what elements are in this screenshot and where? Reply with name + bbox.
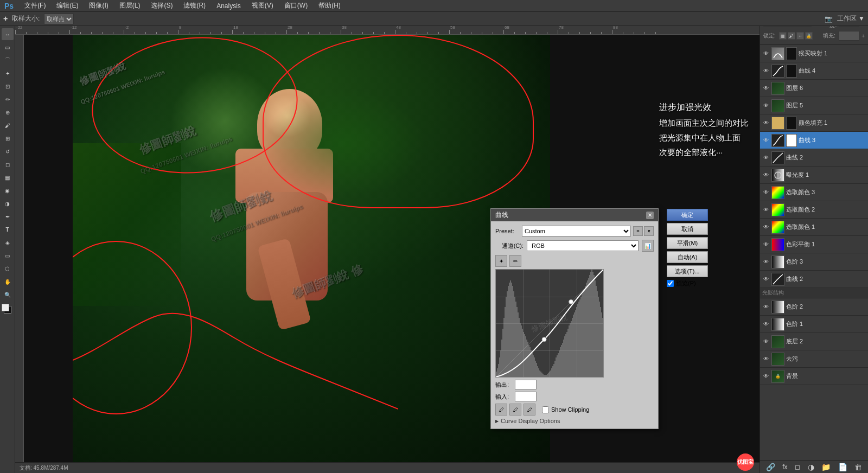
hand-tool[interactable]: ✋ [2, 276, 14, 287]
dodge-tool[interactable]: ◑ [2, 197, 14, 209]
layer-visibility-toggle[interactable]: 👁 [762, 373, 770, 380]
preview-checkbox[interactable] [667, 280, 674, 287]
3d-tool[interactable]: ⬡ [2, 263, 14, 274]
layer-visibility-toggle[interactable]: 👁 [762, 338, 770, 346]
layer-item[interactable]: 👁 图层 5 [760, 97, 868, 114]
layer-visibility-toggle[interactable]: 👁 [762, 154, 770, 162]
preset-select[interactable]: Custom [522, 226, 631, 237]
menu-edit[interactable]: 编辑(E) [54, 1, 80, 10]
zoom-tool[interactable]: 🔍 [2, 289, 14, 301]
layer-item[interactable]: 👁 猴买映射 1 [760, 45, 868, 62]
layer-item[interactable]: 👁 颜色填充 1 [760, 114, 868, 132]
layer-item[interactable]: 👁 选取颜色 1 [760, 219, 868, 236]
curves-cancel-button[interactable]: 取消 [667, 223, 708, 235]
channel-select[interactable]: RGB [527, 240, 639, 251]
sample-size-select[interactable]: 取样点 [44, 14, 74, 24]
foreground-background-colors[interactable] [2, 304, 14, 316]
add-style-icon[interactable]: fx [782, 463, 787, 471]
layer-visibility-toggle[interactable]: 👁 [762, 355, 770, 363]
pencil-tool[interactable]: ✏ [509, 255, 521, 267]
path-select-tool[interactable]: ◈ [2, 237, 14, 248]
layer-visibility-toggle[interactable]: 👁 [762, 303, 770, 311]
layer-visibility-toggle[interactable]: 👁 [762, 171, 770, 179]
point-tool[interactable]: ✦ [495, 255, 507, 267]
menu-filter[interactable]: 滤镜(R) [181, 1, 208, 10]
workspace-label[interactable]: 工作区 ▼ [837, 14, 865, 23]
layer-visibility-toggle[interactable]: 👁 [762, 102, 770, 110]
menu-help[interactable]: 帮助(H) [316, 1, 343, 10]
layer-visibility-toggle[interactable]: 👁 [762, 189, 770, 196]
layer-visibility-toggle[interactable]: 👁 [762, 206, 770, 214]
menu-image[interactable]: 图像(I) [87, 1, 110, 10]
lock-image[interactable]: 🖌 [788, 32, 795, 40]
channel-curve-icon[interactable]: 📊 [642, 240, 654, 252]
black-point-eyedropper[interactable]: 🖊 [495, 404, 507, 416]
input-value[interactable] [515, 392, 537, 401]
move-tool[interactable]: ↔ [2, 28, 14, 40]
layer-visibility-toggle[interactable]: 👁 [762, 223, 770, 231]
layer-item-selected[interactable]: 👁 曲线 3 [760, 132, 868, 149]
gray-point-eyedropper[interactable]: 🖊 [509, 404, 521, 416]
fill-input[interactable]: 100% [839, 31, 859, 41]
pen-tool[interactable]: ✒ [2, 210, 14, 222]
layer-visibility-toggle[interactable]: 👁 [762, 85, 770, 92]
curve-graph[interactable]: 修圖師劉銳 [495, 269, 604, 378]
history-brush[interactable]: ↺ [2, 145, 14, 157]
layer-visibility-toggle[interactable]: 👁 [762, 67, 770, 75]
layer-item[interactable]: 👁 曲线 2 [760, 149, 868, 167]
layer-item[interactable]: 👁 图层 6 [760, 80, 868, 97]
clone-tool[interactable]: ⊞ [2, 132, 14, 144]
new-group-icon[interactable]: 📁 [821, 463, 831, 471]
shape-tool[interactable]: ▭ [2, 250, 14, 261]
layer-item[interactable]: 👁 色阶 1 [760, 316, 868, 333]
menu-select[interactable]: 选择(S) [149, 1, 175, 10]
layer-visibility-toggle[interactable]: 👁 [762, 137, 770, 144]
lock-transparent[interactable]: ▦ [779, 32, 787, 40]
lock-position[interactable]: ↔ [796, 32, 804, 40]
lock-all[interactable]: 🔒 [805, 32, 813, 40]
crop-tool[interactable]: ⊡ [2, 80, 14, 92]
white-point-eyedropper[interactable]: 🖊 [524, 404, 535, 416]
preset-save-icon[interactable]: ≡ [633, 226, 643, 236]
text-tool[interactable]: T [2, 223, 14, 235]
brush-tool[interactable]: 🖌 [2, 119, 14, 131]
output-value[interactable] [515, 380, 537, 389]
quick-select-tool[interactable]: ✦ [2, 67, 14, 79]
show-clipping-checkbox[interactable] [542, 406, 549, 413]
curves-close-button[interactable]: ✕ [646, 212, 654, 219]
layer-item[interactable]: 👁 色阶 2 [760, 298, 868, 316]
new-layer-icon[interactable]: 📄 [838, 463, 847, 471]
layer-item[interactable]: 👁 色阶 3 [760, 253, 868, 271]
layer-visibility-toggle[interactable]: 👁 [762, 119, 770, 127]
delete-layer-icon[interactable]: 🗑 [854, 463, 862, 471]
curves-options-button[interactable]: 选项(T)... [667, 265, 708, 277]
new-adjustment-icon[interactable]: ◑ [808, 463, 814, 471]
add-mask-icon[interactable]: ◻ [795, 463, 800, 471]
layer-visibility-toggle[interactable]: 👁 [762, 241, 770, 248]
curves-auto-button[interactable]: 自动(A) [667, 251, 708, 263]
menu-file[interactable]: 文件(F) [22, 1, 48, 10]
layer-visibility-toggle[interactable]: 👁 [762, 276, 770, 283]
eraser-tool[interactable]: ◻ [2, 158, 14, 170]
link-layers-icon[interactable]: 🔗 [766, 463, 775, 471]
layer-item[interactable]: 👁 曲线 2 [760, 271, 868, 288]
curves-ok-button[interactable]: 确定 [667, 209, 708, 221]
canvas-area[interactable]: 修圖師劉銳 QQ:120750601 WEIXIN: liuruips 修圖師劉… [24, 35, 760, 462]
layer-item-background[interactable]: 👁 🔒 背景 [760, 368, 868, 385]
layer-item[interactable]: 👁 去污 [760, 350, 868, 368]
layer-visibility-toggle[interactable]: 👁 [762, 321, 770, 328]
marquee-tool[interactable]: ▭ [2, 41, 14, 53]
curve-display-options[interactable]: ▶ Curve Display Options [495, 418, 654, 424]
layer-item[interactable]: 👁 曲线 4 [760, 62, 868, 80]
layer-visibility-toggle[interactable]: 👁 [762, 258, 770, 266]
layer-item[interactable]: 👁 选取颜色 2 [760, 201, 868, 219]
layer-visibility-toggle[interactable]: 👁 [762, 50, 770, 57]
blur-tool[interactable]: ◉ [2, 184, 14, 196]
preset-load-icon[interactable]: ▾ [644, 226, 654, 236]
menu-view[interactable]: 视图(V) [250, 1, 276, 10]
menu-window[interactable]: 窗口(W) [282, 1, 310, 10]
menu-analysis[interactable]: Analysis [214, 2, 243, 10]
layer-item[interactable]: 👁 曝光度 1 [760, 167, 868, 184]
menu-layer[interactable]: 图层(L) [117, 1, 143, 10]
layer-item[interactable]: 👁 底层 2 [760, 333, 868, 350]
